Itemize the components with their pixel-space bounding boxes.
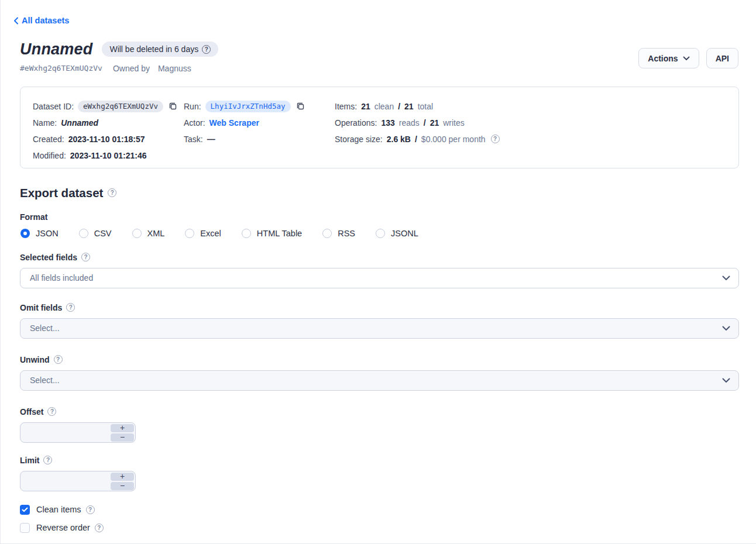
dataset-detail-page: All datasets Unnamed Will be deleted in … [0,0,756,544]
format-radio-xml[interactable]: XML [132,229,165,238]
copy-icon[interactable] [296,102,305,111]
deletion-badge: Will be deleted in 6 days ? [102,42,218,57]
format-label: Format [20,212,756,222]
export-section-title: Export dataset ? [20,186,756,200]
selected-fields-select[interactable]: All fields included [20,268,739,288]
name-label: Name: [33,118,57,128]
storage-size-value: 2.6 kB [387,135,411,144]
radio-unchecked-icon [79,229,88,238]
page-title: Unnamed [20,40,92,58]
offset-label: Offset ? [20,407,756,416]
unwind-select[interactable]: Select... [20,370,739,391]
decrement-button[interactable]: − [111,482,134,490]
help-icon[interactable]: ? [95,524,104,532]
format-radio-json[interactable]: JSON [20,229,59,238]
ops-reads-value: 133 [381,118,394,128]
chevron-down-icon [722,276,730,281]
dataset-info-panel: Dataset ID: eWxhg2q6TEXmUQzVv Name: Unna… [20,87,739,168]
storage-cost: $0.000 per month [421,135,486,144]
task-value: — [207,135,215,144]
items-clean-value: 21 [361,102,370,111]
slash: / [415,135,417,144]
help-icon[interactable]: ? [81,253,90,261]
chevron-left-icon [13,17,19,25]
help-icon[interactable]: ? [202,45,211,54]
copy-icon[interactable] [169,102,177,111]
limit-label: Limit ? [20,456,756,465]
api-button-label: API [716,54,729,63]
actions-button-label: Actions [648,54,678,63]
modified-value: 2023-11-10 01:21:46 [70,151,147,160]
items-total-word: total [418,102,433,111]
reverse-order-row[interactable]: Reverse order ? [20,523,756,533]
ops-reads-word: reads [399,118,420,128]
radio-checked-icon [20,229,30,238]
chevron-down-icon [722,326,730,331]
omit-fields-label: Omit fields ? [20,303,756,312]
info-column-origin: Run: LhyiIvJrxZTnHd5ay Actor: Web Scrape… [184,98,335,168]
offset-input[interactable] [20,423,108,442]
format-radio-html-table[interactable]: HTML Table [242,229,302,238]
radio-unchecked-icon [242,229,251,238]
export-title-text: Export dataset [20,186,103,200]
unwind-label: Unwind ? [20,355,756,364]
help-icon[interactable]: ? [108,188,116,197]
run-label: Run: [184,102,201,111]
help-icon[interactable]: ? [86,505,95,514]
operations-label: Operations: [335,118,377,128]
help-icon[interactable]: ? [47,407,56,416]
owner-name: Magnuss [158,64,191,73]
format-radio-rss[interactable]: RSS [322,229,355,238]
help-icon[interactable]: ? [54,355,63,364]
omit-fields-select[interactable]: Select... [20,318,739,339]
format-radio-csv[interactable]: CSV [79,229,112,238]
top-actions: Actions API [638,48,738,68]
task-label: Task: [184,135,203,144]
created-value: 2023-11-10 01:18:57 [68,135,145,144]
breadcrumb-all-datasets[interactable]: All datasets [13,16,69,25]
deletion-badge-label: Will be deleted in 6 days [109,44,198,54]
run-id-chip[interactable]: LhyiIvJrxZTnHd5ay [205,101,291,112]
modified-label: Modified: [33,151,66,160]
actor-label: Actor: [184,118,205,128]
slash: / [424,118,426,128]
items-total-value: 21 [404,102,414,111]
info-column-basic: Dataset ID: eWxhg2q6TEXmUQzVv Name: Unna… [33,98,184,168]
help-icon[interactable]: ? [43,456,52,464]
help-icon[interactable]: ? [491,135,500,143]
clean-items-row[interactable]: Clean items ? [20,505,756,515]
clean-items-label: Clean items [36,505,81,514]
omit-fields-placeholder: Select... [30,323,60,333]
name-value: Unnamed [61,118,98,128]
format-radio-jsonl[interactable]: JSONL [376,229,418,238]
checkbox-unchecked-icon[interactable] [20,523,30,533]
format-radio-excel[interactable]: Excel [185,229,221,238]
actions-button[interactable]: Actions [638,48,699,68]
help-icon[interactable]: ? [66,303,75,312]
decrement-button[interactable]: − [111,433,134,442]
selected-fields-label: Selected fields ? [20,253,756,262]
actor-link[interactable]: Web Scraper [209,118,259,128]
owned-by-label: Owned by [113,64,150,73]
limit-input[interactable] [20,471,108,491]
items-clean-word: clean [374,102,394,111]
chevron-down-icon [683,56,690,61]
offset-steppers: + − [111,424,134,442]
reverse-order-label: Reverse order [36,523,90,532]
checkbox-checked-icon[interactable] [20,505,30,515]
radio-unchecked-icon [185,229,194,238]
offset-field: + − [20,422,136,443]
dataset-id-chip: eWxhg2q6TEXmUQzVv [78,101,163,112]
increment-button[interactable]: + [111,473,134,481]
increment-button[interactable]: + [111,424,134,432]
ops-writes-value: 21 [430,118,439,128]
limit-steppers: + − [111,473,134,490]
info-column-stats: Items: 21 clean / 21 total Operations: 1… [335,98,500,168]
format-radio-group: JSON CSV XML Excel HTML Table RSS JSONL [20,229,756,238]
ops-writes-word: writes [443,118,465,128]
chevron-down-icon [722,378,730,383]
api-button[interactable]: API [706,48,738,68]
radio-unchecked-icon [322,229,332,238]
radio-unchecked-icon [376,229,385,238]
radio-unchecked-icon [132,229,142,238]
